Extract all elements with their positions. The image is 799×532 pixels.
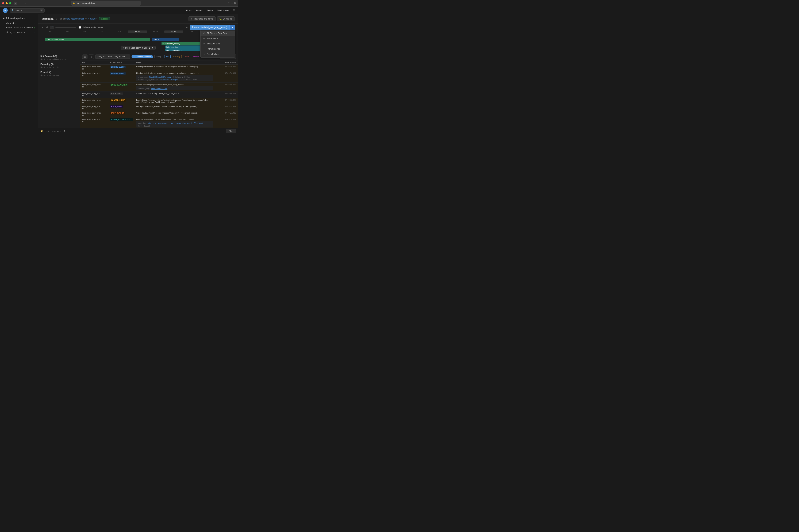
mac-back-btn[interactable]: ‹ <box>18 2 22 5</box>
app-shell: E 🔍 Search... / Runs Assets Status Works… <box>0 7 238 134</box>
log-level-info-btn[interactable]: info <box>164 55 171 58</box>
log-extra-row: captured_logs View stdout / stderr <box>136 86 213 90</box>
nav-status[interactable]: Status <box>207 9 213 12</box>
log-info-3: Started capturing logs for solid: build_… <box>136 83 213 90</box>
sidebar-item-story-recommender[interactable]: story_recommender → <box>0 30 38 35</box>
folder-icon: 📁 <box>40 130 43 132</box>
dropdown-same-steps[interactable]: — Same Steps <box>201 36 235 41</box>
log-type-1: ENGINE_EVENT <box>110 66 136 68</box>
log-structured-view-btn[interactable]: ⊞ <box>89 55 94 59</box>
reexecute-button[interactable]: Re-execute (build_user_story_matrix) <box>190 25 229 30</box>
log-level-critical-btn[interactable]: critical <box>192 55 200 58</box>
status-panel: Not Executed (0) No steps are waiting to… <box>38 53 80 128</box>
panel-row: Not Executed (0) No steps are waiting to… <box>38 53 238 128</box>
dropdown-all-steps[interactable]: ↺ All Steps in Root Run <box>201 31 235 36</box>
addressbar-text: demo.elementl.show <box>76 2 95 4</box>
main-layout: ◈ Jobs and pipelines dbt_metrics → hacke… <box>0 14 238 134</box>
step-selector[interactable]: ✦ build_user_story_matrix ▲ ▼ <box>121 46 156 50</box>
bottom-refresh-icon[interactable]: ↺ <box>63 130 65 132</box>
log-ts-8: 07:49:39.031 <box>213 118 236 120</box>
hide-steps-checkbox[interactable] <box>79 26 81 28</box>
selected-step-label: Selected Step <box>207 42 220 45</box>
bar-component-top[interactable]: build_component_top… <box>165 49 201 51</box>
log-info-4: Started execution of step "build_user_st… <box>136 93 213 95</box>
reexecute-dropdown-toggle[interactable]: ▼ <box>229 25 235 30</box>
tick-20s: 20s <box>59 31 76 33</box>
log-type-7: STEP_OUTPUT <box>110 112 136 114</box>
log-type-5: LOADED_INPUT <box>110 99 136 101</box>
bar-user-top[interactable]: build_user_top… <box>165 45 201 49</box>
log-query-input[interactable] <box>95 55 130 59</box>
new-tab-icon[interactable]: + <box>231 2 233 5</box>
search-shortcut: / <box>40 9 43 12</box>
hide-steps-label[interactable]: Hide not started steps <box>79 26 103 28</box>
debug-file-button[interactable]: 🐛 Debug file <box>217 16 234 21</box>
run-info-icon[interactable]: ℹ <box>56 18 57 20</box>
mac-tab-btn[interactable]: ⊞ <box>14 2 17 5</box>
bar-label-user-top: build_user_top… <box>166 46 179 48</box>
logs-area: ☰ ⊞ ✓ Hide non-matches debug info warnin… <box>80 53 238 128</box>
mac-max-btn[interactable] <box>9 2 11 4</box>
run-meta: Run of story_recommender @ 76e07103 <box>59 18 97 20</box>
status-not-executed-msg: No steps are waiting to execute <box>40 58 78 60</box>
mac-min-btn[interactable] <box>5 2 8 4</box>
commit-link[interactable]: 76e07103 <box>87 18 96 20</box>
log-row: build_user_story_matrix LOGS_CAPTURED St… <box>80 82 238 92</box>
status-not-executed-title: Not Executed (0) <box>40 55 78 57</box>
log-row: build_user_story_matrix STEP_OUTPUT Yiel… <box>80 111 238 117</box>
bar-build-user[interactable]: build_u… <box>152 38 179 41</box>
bar-build-comment[interactable]: build_comment_stories <box>45 38 150 41</box>
nav-runs[interactable]: Runs <box>186 9 191 12</box>
dropdown-from-selected[interactable]: → From Selected <box>201 46 235 52</box>
clock-btn[interactable]: ⏱ <box>50 25 54 29</box>
log-ts-7: 07:49:37.930 <box>213 112 236 114</box>
log-info-7: Yielded output "result" of type "Indexed… <box>136 112 213 114</box>
filter-timeline-btn[interactable]: ⊟ <box>185 25 188 30</box>
col-event-type: EVENT TYPE <box>110 61 136 63</box>
search-bar[interactable]: 🔍 Search... / <box>10 8 44 13</box>
settings-icon[interactable]: ⚙ <box>233 9 235 12</box>
log-row: build_user_story_matrix ASSET_MATERIALIZ… <box>80 117 238 128</box>
hide-non-matches-btn[interactable]: ✓ Hide non-matches <box>132 55 153 58</box>
lock-icon: 🔒 <box>73 2 75 4</box>
bar-recommender[interactable]: recommender_model_… <box>161 42 204 45</box>
step-selector-up[interactable]: ▲ <box>149 47 151 49</box>
log-op-1: build_user_story_matrix <box>82 66 110 70</box>
zoom-out-btn[interactable]: − <box>41 25 44 29</box>
job-link[interactable]: story_recommender <box>65 18 84 20</box>
mac-forward-btn[interactable]: › <box>23 2 27 5</box>
log-level-error-btn[interactable]: error <box>183 55 190 58</box>
hide-steps-text: Hide not started steps <box>82 26 103 28</box>
dropdown-from-failure[interactable]: → From Failure <box>201 52 235 57</box>
sidebar-icon[interactable]: ⧉ <box>234 2 236 5</box>
log-level-debug-btn[interactable]: debug <box>154 55 163 58</box>
timeline-slider[interactable] <box>55 27 76 28</box>
log-level-warning-btn[interactable]: warning <box>172 55 182 58</box>
timeline-controls: − ↺ ⏱ Hide not started steps ↓ ⊟ <box>41 25 235 30</box>
log-op-2: build_user_story_matrix <box>82 72 110 76</box>
same-steps-icon: — <box>203 37 205 40</box>
reexecute-label: Re-execute (build_user_story_matrix) <box>192 26 227 28</box>
view-tags-button[interactable]: 🏷 View tags and config <box>189 16 215 21</box>
share-icon[interactable]: ⬆ <box>228 2 230 5</box>
step-selector-down[interactable]: ▼ <box>152 47 154 49</box>
view-stdout-link[interactable]: View stdout / stderr <box>151 88 167 90</box>
mac-close-btn[interactable] <box>2 2 4 4</box>
export-btn[interactable]: ↓ <box>181 25 184 30</box>
view-asset-link[interactable]: [View Asset] <box>194 122 203 124</box>
dropdown-selected-step[interactable]: ⊙ Selected Step <box>201 41 235 46</box>
refresh-btn[interactable]: ↺ <box>45 25 49 29</box>
log-ts-2: 07:49:34.991 <box>213 72 236 74</box>
filter-button[interactable]: Filter <box>226 129 236 133</box>
nav-assets[interactable]: Assets <box>196 9 203 12</box>
log-row: build_user_story_matrix STEP_INPUT Got i… <box>80 104 238 111</box>
log-list-view-btn[interactable]: ☰ <box>82 55 88 59</box>
nav-workspace[interactable]: Workspace <box>217 9 229 12</box>
sidebar-item-hacker-news[interactable]: hacker_news_api_download ⊕ <box>0 25 38 30</box>
log-op-3: build_user_story_matrix <box>82 83 110 88</box>
log-extra-row: io_manager FixedS3PickleIOManager · Init… <box>136 75 213 81</box>
from-selected-label: From Selected <box>207 48 221 50</box>
log-type-8: ASSET_MATERIALIZAT… <box>110 118 136 121</box>
sidebar-item-dbt-metrics[interactable]: dbt_metrics → <box>0 21 38 25</box>
checkmark-icon: ✓ <box>133 56 135 58</box>
